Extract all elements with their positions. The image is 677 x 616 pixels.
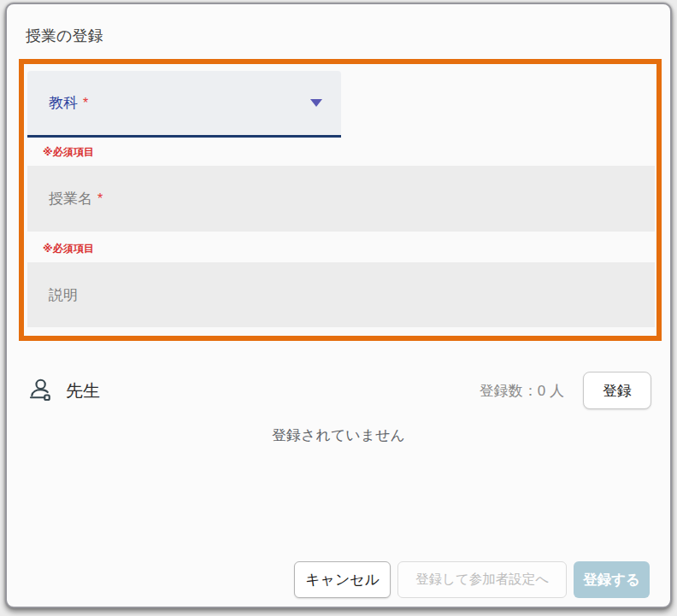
- teacher-section-header: 先生 登録数：0 人 登録: [27, 370, 651, 411]
- class-name-required-asterisk: *: [97, 191, 103, 207]
- dialog-title: 授業の登録: [26, 26, 103, 46]
- required-fields-highlight-box: 教科 * ※必須項目 授業名 * ※必須項目 説明: [19, 59, 662, 341]
- cancel-button[interactable]: キャンセル: [294, 561, 391, 598]
- dialog-footer: キャンセル 登録して参加者設定へ 登録する: [294, 561, 650, 598]
- subject-required-asterisk: *: [83, 96, 88, 111]
- class-name-input[interactable]: 授業名 *: [27, 166, 655, 232]
- registered-count-label: 登録数：0 人: [480, 381, 564, 401]
- teacher-empty-message: 登録されていません: [7, 425, 670, 445]
- teacher-section-title: 先生: [66, 379, 100, 402]
- register-and-setup-button[interactable]: 登録して参加者設定へ: [397, 561, 567, 598]
- submit-button[interactable]: 登録する: [574, 561, 650, 598]
- class-name-placeholder: 授業名: [49, 189, 92, 208]
- subject-required-note: ※必須項目: [43, 146, 656, 159]
- teacher-person-icon: [27, 378, 53, 403]
- subject-select[interactable]: 教科 *: [27, 71, 341, 138]
- subject-select-label: 教科: [49, 93, 78, 113]
- teacher-register-button[interactable]: 登録: [583, 372, 651, 409]
- class-name-required-note: ※必須項目: [43, 243, 656, 255]
- class-registration-dialog: 授業の登録 教科 * ※必須項目 授業名 * ※必須項目 説明 先生 登録数：0…: [5, 3, 672, 608]
- chevron-down-icon: [310, 99, 322, 107]
- description-input[interactable]: 説明: [27, 262, 655, 327]
- description-placeholder: 説明: [49, 285, 78, 305]
